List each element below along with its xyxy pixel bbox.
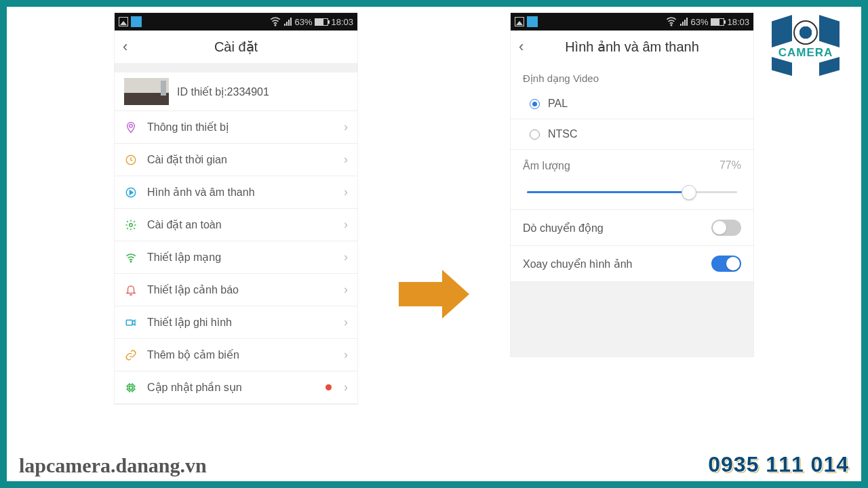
chevron-right-icon: › <box>344 218 348 232</box>
radio-ntsc[interactable]: NTSC <box>511 119 753 150</box>
radio-label: NTSC <box>548 128 578 140</box>
settings-row-wifi[interactable]: Thiết lập mạng› <box>115 241 357 274</box>
volume-value: 77% <box>719 159 741 172</box>
empty-area <box>511 282 753 357</box>
signal-icon <box>284 18 292 26</box>
transition-arrow-icon <box>399 270 469 319</box>
clock-icon <box>124 153 138 167</box>
toggle-label: Dò chuyển động <box>523 222 604 235</box>
settings-row-clock[interactable]: Cài đặt thời gian› <box>115 144 357 176</box>
cam-icon <box>124 316 138 329</box>
wifi-icon <box>665 15 677 29</box>
svg-point-1 <box>130 124 133 127</box>
chevron-right-icon: › <box>344 185 348 199</box>
chevron-right-icon: › <box>344 380 348 394</box>
signal-icon <box>680 18 688 26</box>
settings-row-label: Thêm bộ cảm biến <box>147 348 334 361</box>
brand-logo: CAMERA <box>765 15 846 76</box>
motion-detect-row[interactable]: Dò chuyển động <box>511 210 753 246</box>
svg-rect-7 <box>128 384 134 390</box>
app-indicator-icon <box>131 16 142 27</box>
device-info-row[interactable]: ID thiết bị:2334901 <box>115 73 357 111</box>
settings-row-label: Cài đặt thời gian <box>147 153 334 166</box>
pin-icon <box>124 121 138 134</box>
chevron-right-icon: › <box>344 120 348 134</box>
settings-row-label: Thiết lập ghi hình <box>147 316 334 329</box>
device-id-label: ID thiết bị:2334901 <box>177 85 269 98</box>
settings-row-play[interactable]: Hình ảnh và âm thanh› <box>115 176 357 209</box>
settings-row-pin[interactable]: Thông tin thiết bị› <box>115 111 357 144</box>
toggle-on-icon[interactable] <box>711 256 741 272</box>
play-icon <box>124 186 138 199</box>
page-title: Cài đặt <box>214 39 258 55</box>
svg-point-5 <box>130 261 132 262</box>
link-icon <box>124 348 138 362</box>
chevron-right-icon: › <box>344 283 348 297</box>
wifi-icon <box>269 15 281 29</box>
settings-row-label: Thiết lập cảnh báo <box>147 283 334 296</box>
settings-row-link[interactable]: Thêm bộ cảm biến› <box>115 339 357 371</box>
title-bar: ‹ Hình ảnh và âm thanh <box>511 30 753 63</box>
volume-label: Âm lượng <box>523 159 570 172</box>
toggle-label: Xoay chuyển hình ảnh <box>523 258 632 270</box>
back-button[interactable]: ‹ <box>123 38 127 56</box>
volume-slider[interactable] <box>527 191 737 193</box>
settings-row-label: Cài đặt an toàn <box>147 218 334 231</box>
video-format-label: Định dạng Video <box>511 63 753 89</box>
chevron-right-icon: › <box>344 348 348 362</box>
footer: lapcamera.danang.vn 0935 111 014 <box>19 452 849 477</box>
chevron-right-icon: › <box>344 315 348 329</box>
battery-icon <box>315 18 328 26</box>
battery-text: 63% <box>294 17 312 27</box>
settings-row-cam[interactable]: Thiết lập ghi hình› <box>115 306 357 339</box>
svg-point-0 <box>275 24 277 26</box>
website-url: lapcamera.danang.vn <box>19 454 207 477</box>
rotate-image-row[interactable]: Xoay chuyển hình ảnh <box>511 246 753 282</box>
svg-rect-8 <box>130 386 133 389</box>
radio-label: PAL <box>548 98 568 110</box>
image-indicator-icon <box>119 17 128 26</box>
chevron-right-icon: › <box>344 250 348 264</box>
chevron-right-icon: › <box>344 152 348 167</box>
title-bar: ‹ Cài đặt <box>115 30 357 63</box>
settings-row-label: Thông tin thiết bị <box>147 121 334 134</box>
clock-text: 18:03 <box>727 17 749 27</box>
bell-icon <box>124 283 138 297</box>
image-indicator-icon <box>515 17 524 26</box>
app-indicator-icon <box>527 16 538 27</box>
status-bar: 63% 18:03 <box>511 13 753 30</box>
chip-icon <box>124 381 138 394</box>
wifi-icon <box>124 251 138 264</box>
slider-knob-icon[interactable] <box>682 185 696 200</box>
radio-pal[interactable]: PAL <box>511 89 753 119</box>
eye-icon <box>793 20 818 45</box>
battery-icon <box>711 18 724 26</box>
gear-icon <box>124 218 138 232</box>
settings-row-label: Hình ảnh và âm thanh <box>147 186 334 199</box>
status-bar: 63% 18:03 <box>115 13 357 30</box>
svg-point-4 <box>130 223 133 226</box>
radio-unselected-icon <box>530 129 540 140</box>
back-button[interactable]: ‹ <box>519 38 524 56</box>
settings-row-label: Cập nhật phần sụn <box>147 381 316 394</box>
phone-number: 0935 111 014 <box>708 452 849 477</box>
settings-row-label: Thiết lập mạng <box>147 251 334 264</box>
update-badge-icon <box>326 384 332 390</box>
camera-thumbnail <box>124 78 169 105</box>
svg-point-9 <box>671 24 673 26</box>
section-gap <box>115 63 357 73</box>
clock-text: 18:03 <box>331 17 353 27</box>
left-screen-settings: 63% 18:03 ‹ Cài đặt ID thiết bị:2334901 … <box>114 12 358 405</box>
settings-row-chip[interactable]: Cập nhật phần sụn› <box>115 371 357 404</box>
settings-row-gear[interactable]: Cài đặt an toàn› <box>115 209 357 241</box>
svg-rect-6 <box>126 320 132 325</box>
toggle-off-icon[interactable] <box>711 220 741 236</box>
page-title: Hình ảnh và âm thanh <box>565 39 699 55</box>
battery-text: 63% <box>690 17 708 27</box>
settings-row-bell[interactable]: Thiết lập cảnh báo› <box>115 274 357 306</box>
radio-selected-icon <box>530 99 540 109</box>
right-screen-image-sound: 63% 18:03 ‹ Hình ảnh và âm thanh Định dạ… <box>510 12 754 357</box>
